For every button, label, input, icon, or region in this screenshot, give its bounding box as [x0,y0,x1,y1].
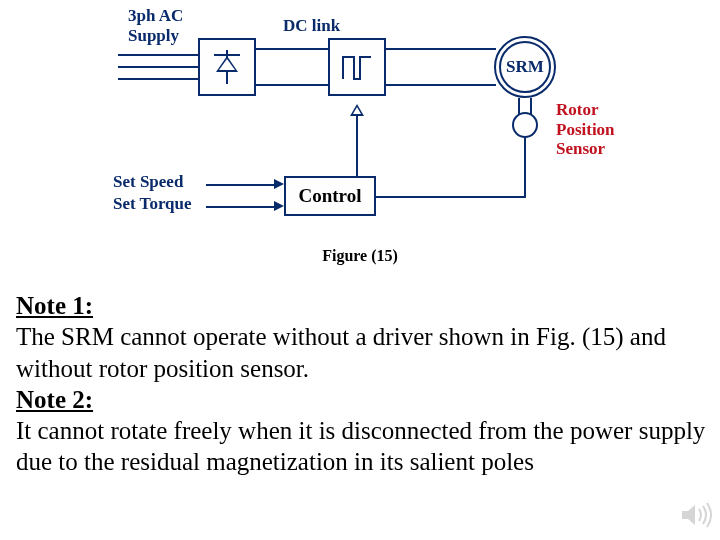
pulse-icon [342,54,372,80]
page: 3ph AC Supply DC link [0,0,720,540]
wire-supply-3 [118,78,198,80]
label-3ph-ac-supply: 3ph AC Supply [128,6,183,45]
label-set-speed: Set Speed [113,172,183,192]
wire-srm-bottom [386,84,496,86]
srm-inner-ring [499,41,551,93]
notes-section: Note 1: The SRM cannot operate without a… [16,290,706,478]
label-rotor-sensor: Rotor Position Sensor [556,100,615,159]
control-block: Control [284,176,376,216]
label-control: Control [286,185,374,207]
wire-shaft-left [518,98,520,114]
note1-heading: Note 1: [16,292,93,319]
note2-heading: Note 2: [16,386,93,413]
label-set-torque: Set Torque [113,194,192,214]
arrow-up-icon [350,104,364,116]
wire-supply-1 [118,54,198,56]
srm-block-diagram: 3ph AC Supply DC link [98,8,618,228]
wire-srm-top [386,48,496,50]
wire-sensor-across [375,196,526,198]
speaker-icon [678,498,712,532]
diode-icon [210,50,244,84]
note1-body: The SRM cannot operate without a driver … [16,323,666,381]
rotor-position-sensor [512,112,538,138]
figure-caption: Figure (15) [0,247,720,265]
wire-control-to-inverter [356,116,358,176]
wire-dc-bottom [256,84,328,86]
arrow-set-speed-icon [274,179,284,189]
arrow-set-torque-icon [274,201,284,211]
wire-set-speed [206,184,276,186]
wire-supply-2 [118,66,198,68]
wire-sensor-down [524,138,526,196]
note2-body: It cannot rotate freely when it is disco… [16,417,705,475]
rectifier-block [198,38,256,96]
wire-shaft-right [530,98,532,114]
inverter-block [328,38,386,96]
wire-dc-top [256,48,328,50]
wire-set-torque [206,206,276,208]
label-dc-link: DC link [283,16,340,36]
